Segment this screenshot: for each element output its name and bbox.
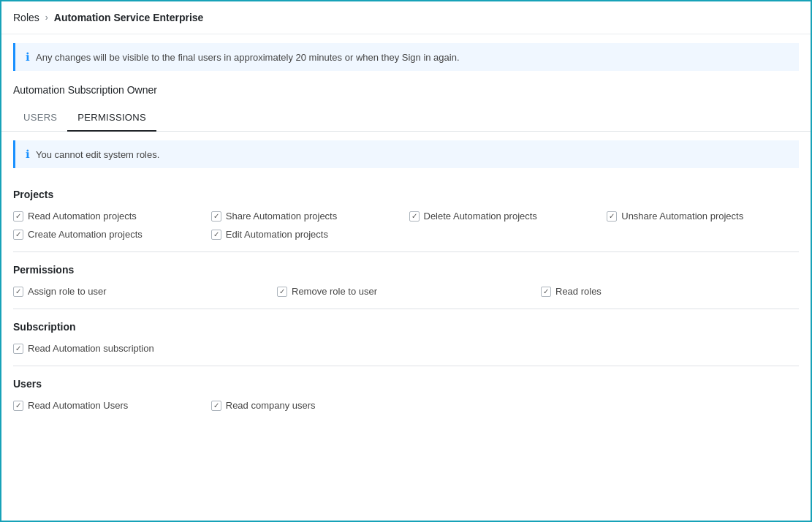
- role-title: Automation Subscription Owner: [1, 80, 811, 105]
- subscription-section: Subscription Read Automation subscriptio…: [1, 309, 811, 366]
- checkbox-unshare-projects[interactable]: [607, 211, 617, 222]
- list-item: Read Automation subscription: [13, 343, 205, 354]
- checkbox-edit-projects[interactable]: [211, 230, 221, 240]
- list-item: Edit Automation projects: [211, 229, 403, 240]
- breadcrumb-roles-link[interactable]: Roles: [13, 12, 39, 23]
- checkbox-assign-role[interactable]: [13, 287, 23, 297]
- permission-label: Edit Automation projects: [226, 229, 328, 240]
- list-item: Read roles: [541, 286, 799, 297]
- list-item: Create Automation projects: [13, 229, 205, 240]
- permission-label: Remove role to user: [292, 286, 377, 297]
- breadcrumb-current: Automation Service Enterprise: [54, 12, 204, 23]
- projects-section-title: Projects: [13, 189, 799, 200]
- list-item: Delete Automation projects: [409, 211, 602, 222]
- tab-users[interactable]: USERS: [13, 105, 67, 132]
- breadcrumb-separator: ›: [45, 12, 48, 23]
- list-item: Read Automation Users: [13, 400, 205, 411]
- projects-permissions-grid: Read Automation projects Share Automatio…: [13, 211, 799, 251]
- permissions-grid: Assign role to user Remove role to user …: [13, 286, 799, 309]
- permissions-section-title: Permissions: [13, 264, 799, 276]
- permission-label: Read roles: [555, 286, 602, 297]
- permission-label: Read Automation Users: [28, 400, 128, 411]
- permission-label: Create Automation projects: [28, 229, 143, 240]
- checkbox-read-projects[interactable]: [13, 211, 23, 222]
- checkbox-share-projects[interactable]: [211, 211, 221, 222]
- list-item: Read Automation projects: [13, 211, 205, 222]
- users-section-title: Users: [13, 378, 799, 390]
- subscription-section-title: Subscription: [13, 321, 799, 333]
- permission-label: Delete Automation projects: [424, 211, 537, 222]
- list-item: Remove role to user: [277, 286, 535, 297]
- list-item: Unshare Automation projects: [607, 211, 799, 222]
- tabs-bar: USERS PERMISSIONS: [1, 105, 811, 132]
- permission-label: Read Automation subscription: [28, 343, 154, 354]
- subscription-grid: Read Automation subscription: [13, 343, 799, 366]
- warn-banner-text: You cannot edit system roles.: [36, 149, 159, 160]
- permissions-section: Permissions Assign role to user Remove r…: [1, 252, 811, 309]
- list-item: Assign role to user: [13, 286, 271, 297]
- checkbox-read-company-users[interactable]: [211, 401, 221, 411]
- checkbox-delete-projects[interactable]: [409, 211, 420, 222]
- projects-section: Projects Read Automation projects Share …: [1, 177, 811, 251]
- permission-label: Read Automation projects: [28, 211, 137, 222]
- info-icon: ℹ: [26, 50, 30, 64]
- list-item: Share Automation projects: [211, 211, 403, 222]
- checkbox-create-projects[interactable]: [13, 230, 23, 240]
- checkbox-remove-role[interactable]: [277, 287, 287, 297]
- tab-permissions[interactable]: PERMISSIONS: [67, 105, 156, 132]
- permission-label: Share Automation projects: [226, 211, 337, 222]
- users-section: Users Read Automation Users Read company…: [1, 366, 811, 423]
- info-banner-text: Any changes will be visible to the final…: [36, 52, 460, 63]
- checkbox-read-automation-users[interactable]: [13, 401, 23, 411]
- warn-info-icon: ℹ: [26, 148, 30, 161]
- breadcrumb: Roles › Automation Service Enterprise: [1, 1, 811, 34]
- list-item: Read company users: [211, 400, 403, 411]
- permission-label: Assign role to user: [28, 286, 107, 297]
- info-banner: ℹ Any changes will be visible to the fin…: [13, 43, 799, 71]
- checkbox-read-roles[interactable]: [541, 287, 551, 297]
- checkbox-read-subscription[interactable]: [13, 344, 23, 354]
- permission-label: Unshare Automation projects: [621, 211, 743, 222]
- users-grid: Read Automation Users Read company users: [13, 400, 799, 423]
- warn-banner: ℹ You cannot edit system roles.: [13, 140, 799, 168]
- permission-label: Read company users: [226, 400, 316, 411]
